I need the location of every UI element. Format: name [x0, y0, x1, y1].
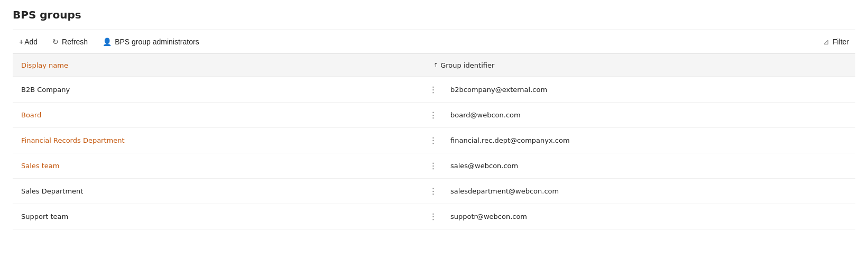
refresh-icon: ↻	[52, 38, 59, 46]
admins-button[interactable]: 👤 BPS group administrators	[96, 34, 206, 49]
row-identifier: sales@webcon.com	[442, 155, 855, 176]
page-container: BPS groups + Add ↻ Refresh 👤 BPS group a…	[0, 0, 868, 238]
row-identifier: financial.rec.dept@companyx.com	[442, 130, 855, 151]
table-header: Display name ↑ Group identifier	[13, 54, 855, 77]
row-display-name: B2B Company	[13, 79, 425, 100]
sort-up-icon: ↑	[433, 62, 438, 69]
add-button[interactable]: + Add	[13, 34, 44, 49]
toolbar-left: + Add ↻ Refresh 👤 BPS group administrato…	[13, 34, 817, 49]
table-row: Sales Department⋮salesdepartment@webcon.…	[13, 179, 855, 204]
row-context-menu[interactable]: ⋮	[425, 159, 442, 173]
col-identifier-name: ↑ Group identifier	[425, 58, 855, 72]
row-context-menu[interactable]: ⋮	[425, 209, 442, 224]
row-identifier: board@webcon.com	[442, 105, 855, 125]
filter-label: Filter	[833, 38, 849, 46]
row-display-name[interactable]: Sales team	[13, 155, 425, 176]
toolbar-right: ⊿ Filter	[817, 34, 855, 49]
row-context-menu[interactable]: ⋮	[425, 184, 442, 198]
table-body: B2B Company⋮b2bcompany@external.comBoard…	[13, 77, 855, 229]
table-row: Sales team⋮sales@webcon.com	[13, 153, 855, 179]
table-row: B2B Company⋮b2bcompany@external.com	[13, 77, 855, 103]
add-icon: +	[19, 38, 23, 46]
filter-button[interactable]: ⊿ Filter	[817, 34, 855, 49]
filter-icon: ⊿	[823, 38, 829, 46]
table-row: Board⋮board@webcon.com	[13, 103, 855, 128]
row-display-name: Support team	[13, 206, 425, 227]
page-title: BPS groups	[13, 8, 855, 21]
table-row: Financial Records Department⋮financial.r…	[13, 128, 855, 153]
table-row: Support team⋮suppotr@webcon.com	[13, 204, 855, 229]
toolbar: + Add ↻ Refresh 👤 BPS group administrato…	[13, 30, 855, 54]
row-identifier: b2bcompany@external.com	[442, 79, 855, 100]
refresh-label: Refresh	[62, 38, 88, 46]
table-container: Display name ↑ Group identifier B2B Comp…	[13, 54, 855, 229]
row-identifier: suppotr@webcon.com	[442, 206, 855, 227]
row-context-menu[interactable]: ⋮	[425, 82, 442, 97]
row-identifier: salesdepartment@webcon.com	[442, 181, 855, 201]
row-display-name[interactable]: Board	[13, 105, 425, 125]
row-display-name: Sales Department	[13, 181, 425, 201]
row-context-menu[interactable]: ⋮	[425, 133, 442, 148]
row-display-name[interactable]: Financial Records Department	[13, 130, 425, 151]
admin-icon: 👤	[103, 38, 112, 46]
admins-label: BPS group administrators	[115, 38, 199, 46]
col-display-name: Display name	[13, 58, 425, 72]
add-label: Add	[24, 38, 38, 46]
row-context-menu[interactable]: ⋮	[425, 108, 442, 122]
refresh-button[interactable]: ↻ Refresh	[46, 34, 94, 49]
